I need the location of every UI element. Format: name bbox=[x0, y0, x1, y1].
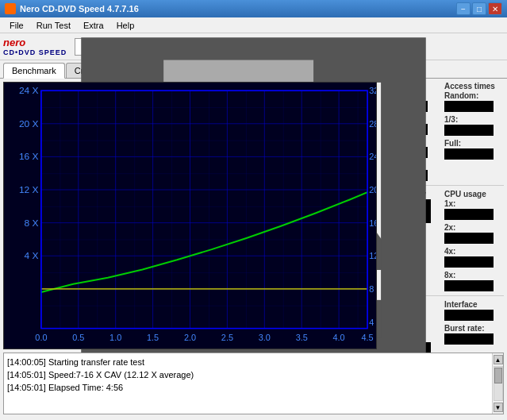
svg-text:4.5: 4.5 bbox=[362, 333, 374, 342]
svg-text:4: 4 bbox=[369, 318, 374, 327]
svg-text:20 X: 20 X bbox=[19, 119, 39, 129]
svg-text:2.0: 2.0 bbox=[184, 333, 196, 342]
tab-benchmark[interactable]: Benchmark bbox=[3, 63, 65, 79]
svg-text:12 X: 12 X bbox=[19, 185, 39, 195]
log-area: [14:00:05] Starting transfer rate test [… bbox=[3, 353, 504, 414]
svg-text:1.5: 1.5 bbox=[147, 333, 159, 342]
log-line-0: [14:00:05] Starting transfer rate test bbox=[7, 356, 489, 368]
save-icon[interactable] bbox=[251, 38, 270, 56]
chart-area: 24 X 20 X 16 X 12 X 8 X 4 X 32 28 24 20 … bbox=[3, 82, 377, 349]
svg-text:0.0: 0.0 bbox=[35, 333, 47, 342]
svg-text:12: 12 bbox=[369, 252, 376, 261]
log-content: [14:00:05] Starting transfer rate test [… bbox=[4, 353, 492, 414]
svg-text:3.5: 3.5 bbox=[296, 333, 308, 342]
svg-text:4 X: 4 X bbox=[25, 252, 39, 261]
toolbar: nero CD•DVD SPEED [0:0] ATAPI iHAS124 B … bbox=[0, 33, 507, 60]
svg-text:3.0: 3.0 bbox=[259, 333, 271, 342]
svg-text:8 X: 8 X bbox=[25, 218, 39, 228]
svg-text:24: 24 bbox=[369, 152, 376, 162]
scroll-down-arrow[interactable]: ▼ bbox=[494, 403, 503, 412]
log-line-1: [14:05:01] Speed:7-16 X CAV (12.12 X ave… bbox=[7, 368, 489, 381]
svg-text:32: 32 bbox=[369, 87, 376, 96]
svg-text:2.5: 2.5 bbox=[221, 333, 233, 342]
scroll-up-arrow[interactable]: ▲ bbox=[494, 355, 503, 364]
scroll-thumb[interactable] bbox=[494, 368, 502, 383]
svg-text:16: 16 bbox=[369, 218, 376, 228]
chart-svg: 24 X 20 X 16 X 12 X 8 X 4 X 32 28 24 20 … bbox=[4, 83, 376, 349]
svg-text:20: 20 bbox=[369, 185, 376, 195]
svg-text:28: 28 bbox=[369, 119, 376, 129]
log-line-2: [14:05:01] Elapsed Time: 4:56 bbox=[7, 381, 489, 394]
svg-text:1.0: 1.0 bbox=[109, 333, 121, 342]
log-scrollbar[interactable]: ▲ ▼ bbox=[492, 353, 503, 414]
svg-text:16 X: 16 X bbox=[19, 152, 39, 162]
scroll-track[interactable] bbox=[494, 366, 503, 401]
svg-text:24 X: 24 X bbox=[19, 87, 39, 96]
svg-text:8: 8 bbox=[369, 284, 374, 294]
svg-text:4.0: 4.0 bbox=[333, 333, 345, 342]
svg-text:0.5: 0.5 bbox=[72, 333, 84, 342]
